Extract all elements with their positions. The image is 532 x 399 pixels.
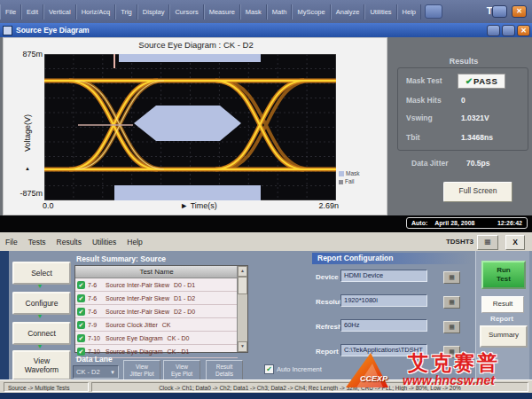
report-file-field[interactable]: C:\TekApplications\TDSHT — [340, 344, 427, 356]
app-menu-results[interactable]: Results — [51, 234, 87, 250]
test-lane: CK — [162, 322, 171, 328]
scrollbar-thumb[interactable] — [238, 277, 247, 294]
status-source-panel: Source -> Multiple Tests — [4, 382, 89, 392]
table-row[interactable]: ✔ 7-9 Source Clock Jitter CK — [75, 318, 238, 332]
menu-myscope[interactable]: MyScope — [292, 4, 330, 20]
mask-hits-label: Mask Hits — [406, 96, 442, 105]
menu-help[interactable]: Help — [397, 4, 421, 20]
window-bottom-border — [0, 393, 532, 399]
run-test-button[interactable]: Run Test — [481, 261, 526, 289]
report-section-label: Report — [475, 315, 528, 323]
menu-math[interactable]: Math — [267, 4, 293, 20]
status-config-panel: Clock -> Ch1; Data0 -> Ch2; Data1 -> Ch3… — [91, 382, 528, 392]
keyboard-icon[interactable]: ▦ — [477, 235, 498, 250]
full-screen-button[interactable]: Full Screen — [443, 182, 512, 202]
data-lane-select[interactable]: CK - D2 ▼ — [73, 365, 119, 379]
test-id: 7-6 — [88, 295, 102, 301]
step-arrow-icon: ▼ — [34, 283, 46, 289]
menu-measure[interactable]: Measure — [204, 4, 240, 20]
test-id: 7-6 — [88, 309, 102, 315]
device-details-field[interactable]: HDMI Device — [340, 270, 427, 282]
view-waveform-button[interactable]: View Waveform — [12, 350, 71, 380]
pass-text: PASS — [473, 76, 497, 86]
eye-window-body: Source Eye Diagram : CK - D2 — [0, 37, 532, 215]
close-icon[interactable]: ✕ — [512, 5, 527, 18]
table-row[interactable]: ✔ 7-6 Source Inter-Pair Skew D2 - D0 — [75, 305, 238, 318]
keyboard-icon[interactable]: ▦ — [443, 296, 460, 309]
app-menu-utilities[interactable]: Utilities — [87, 234, 121, 250]
report-configuration-header: Report Configuration — [312, 253, 472, 264]
y-axis-arrow-icon: ▲ — [25, 166, 30, 171]
test-lane: D0 - D1 — [174, 282, 195, 288]
auto-increment-label: Auto Increment — [277, 365, 322, 373]
x-axis-title: ► Time(s) — [137, 201, 261, 210]
check-icon: ✔ — [466, 76, 473, 86]
mask-test-label: Mask Test — [406, 76, 442, 85]
pass-check-icon: ✔ — [77, 321, 85, 329]
x-axis-title-text: Time(s) — [191, 201, 217, 210]
data-jitter-value: 70.5ps — [466, 159, 489, 168]
x-axis-min-label: 0.0 — [43, 201, 54, 210]
menu-utilities[interactable]: Utilities — [364, 4, 396, 20]
table-row[interactable]: ✔ 7-10 Source Eye Diagram CK - D0 — [75, 332, 238, 345]
summary-button[interactable]: Summary — [480, 325, 528, 348]
app-menu-help[interactable]: Help — [121, 234, 147, 250]
menu-edit[interactable]: Edit — [21, 4, 43, 20]
view-jitter-plot-button[interactable]: View Jitter Plot — [123, 360, 160, 381]
menu-trig[interactable]: Trig — [115, 4, 137, 20]
scroll-down-icon[interactable]: ▼ — [238, 341, 247, 352]
app-menu-file[interactable]: File — [0, 234, 23, 250]
test-lane: CK - D0 — [168, 335, 190, 341]
pass-check-icon: ✔ — [77, 281, 85, 289]
y-axis-max-label: 875m — [9, 50, 43, 59]
close-icon[interactable]: ✕ — [517, 25, 530, 36]
connect-button[interactable]: Connect — [12, 322, 71, 345]
keyboard-icon[interactable]: ▦ — [443, 346, 460, 358]
app-close-button[interactable]: X — [505, 235, 525, 250]
table-row[interactable]: ✔ 7-6 Source Inter-Pair Skew D1 - D2 — [75, 292, 238, 305]
step-arrow-icon: ▼ — [34, 313, 46, 319]
app-menu-tests[interactable]: Tests — [23, 234, 51, 250]
configure-button[interactable]: Configure — [12, 292, 71, 315]
menu-file[interactable]: File — [0, 4, 21, 20]
minimize-button[interactable] — [487, 25, 500, 36]
pass-check-icon: ✔ — [77, 308, 85, 316]
result-button[interactable]: Result — [481, 296, 524, 313]
y-axis-title: Voltage(V) — [23, 114, 32, 152]
auto-increment-checkbox[interactable]: ✔ — [264, 364, 274, 374]
resolution-field[interactable]: 1920*1080i — [340, 294, 427, 307]
select-button[interactable]: Select — [12, 262, 71, 285]
eye-diagram-plot[interactable] — [44, 54, 336, 200]
test-results-table[interactable]: Test Name ✔ 7-6 Source Inter-Pair Skew D… — [74, 265, 248, 353]
menu-cursors[interactable]: Cursors — [169, 4, 203, 20]
app-statusbar: Source -> Multiple Tests Clock -> Ch1; D… — [0, 379, 532, 393]
menu-mask[interactable]: Mask — [240, 4, 267, 20]
eye-plot-frame: Source Eye Diagram : CK - D2 — [3, 37, 387, 215]
legend-fail-label: Fail — [345, 178, 354, 184]
menu-horiz-acq[interactable]: Horiz/Acq — [76, 4, 116, 20]
eye-window-titlebar[interactable]: Source Eye Diagram ✕ — [0, 23, 532, 37]
eye-window-title: Source Eye Diagram — [16, 26, 90, 35]
table-row[interactable]: ✔ 7-6 Source Inter-Pair Skew D0 - D1 — [75, 278, 238, 292]
table-scrollbar[interactable]: ▲ ▼ — [237, 266, 247, 352]
keyboard-icon[interactable]: ▦ — [443, 321, 460, 333]
data-jitter-label: Data Jitter — [411, 159, 449, 168]
minimize-button[interactable] — [492, 5, 507, 18]
menu-analyze[interactable]: Analyze — [331, 4, 365, 20]
menu-display[interactable]: Display — [137, 4, 170, 20]
menu-vertical[interactable]: Vertical — [43, 4, 76, 20]
data-lane-label: Data Lane — [76, 355, 113, 364]
scope-menubar: File Edit Vertical Horiz/Acq Trig Displa… — [0, 0, 532, 23]
step-arrow-icon: ▼ — [34, 343, 46, 349]
keyboard-icon[interactable]: ▦ — [443, 271, 460, 284]
legend-fail-item: Fail — [339, 177, 360, 185]
refresh-rate-field[interactable]: 60Hz — [340, 319, 427, 332]
test-name: Source Eye Diagram — [106, 348, 163, 355]
data-lane-value: CK - D2 — [76, 368, 100, 376]
test-name: Source Inter-Pair Skew — [106, 282, 169, 288]
scroll-up-icon[interactable]: ▲ — [238, 266, 247, 277]
result-details-button[interactable]: Result Details — [206, 360, 243, 381]
view-eye-plot-button[interactable]: View Eye Plot — [163, 360, 200, 381]
toolbar-button[interactable] — [425, 4, 442, 19]
maximize-button[interactable] — [502, 25, 515, 36]
